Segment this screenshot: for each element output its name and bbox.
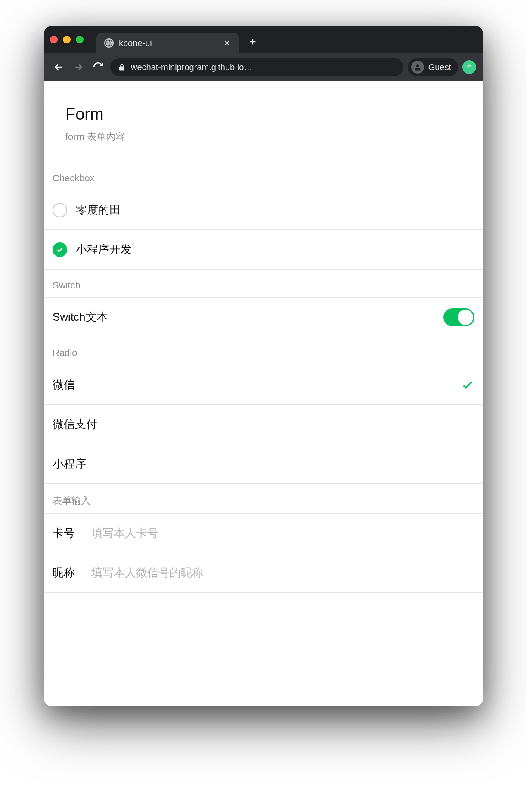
forward-button[interactable] (71, 59, 86, 75)
new-tab-button[interactable] (248, 37, 257, 46)
back-button[interactable] (51, 59, 66, 75)
radio-item-label: 微信 (53, 377, 452, 392)
reload-button[interactable] (90, 59, 106, 75)
maximize-window-button[interactable] (76, 36, 84, 43)
check-icon (461, 378, 474, 392)
section-label-checkbox: Checkbox (44, 156, 483, 190)
checkbox-group: 零度的田 小程序开发 (44, 190, 483, 270)
address-bar[interactable]: wechat-miniprogram.github.io… (110, 58, 403, 76)
svg-point-1 (416, 64, 419, 67)
window-controls (50, 36, 84, 43)
browser-toolbar: wechat-miniprogram.github.io… Guest (44, 53, 483, 81)
tab-title: kbone-ui (119, 38, 218, 48)
section-label-inputs: 表单输入 (44, 484, 483, 513)
radio-item[interactable]: 微信 (44, 365, 483, 405)
radio-group: 微信 微信支付 小程序 (44, 365, 483, 484)
section-label-radio: Radio (44, 337, 483, 365)
page-title: Form (65, 105, 462, 124)
page-subtitle: form 表单内容 (65, 130, 462, 143)
switch-toggle[interactable] (443, 308, 474, 326)
input-group: 卡号 昵称 (44, 513, 483, 593)
profile-label: Guest (428, 62, 451, 72)
switch-item[interactable]: Switch文本 (44, 298, 483, 337)
input-label: 卡号 (53, 526, 83, 541)
radio-item-label: 小程序 (53, 456, 474, 471)
checkbox-item-label: 小程序开发 (76, 242, 474, 257)
radio-item[interactable]: 小程序 (44, 444, 483, 484)
input-label: 昵称 (53, 565, 83, 580)
close-window-button[interactable] (50, 36, 58, 43)
nickname-input[interactable] (91, 566, 474, 580)
globe-icon (104, 38, 114, 48)
switch-group: Switch文本 (44, 297, 483, 337)
extension-icon[interactable] (462, 60, 476, 74)
browser-tab[interactable]: kbone-ui (96, 33, 239, 53)
person-icon (411, 61, 424, 74)
page-header: Form form 表单内容 (44, 81, 483, 156)
input-row-card: 卡号 (44, 514, 483, 553)
lock-icon (118, 63, 126, 71)
close-tab-icon[interactable] (223, 39, 231, 47)
page-content: Form form 表单内容 Checkbox 零度的田 小程序开发 Switc… (44, 81, 483, 706)
tab-strip: kbone-ui (44, 26, 483, 53)
checkbox-item-label: 零度的田 (76, 202, 474, 217)
checkbox-unchecked-icon (53, 203, 67, 217)
profile-button[interactable]: Guest (408, 58, 458, 76)
checkbox-checked-icon (53, 242, 67, 257)
input-row-nickname: 昵称 (44, 553, 483, 593)
checkbox-item[interactable]: 零度的田 (44, 190, 483, 230)
browser-window: kbone-ui wechat-miniprogram.github.io… (44, 26, 483, 706)
card-number-input[interactable] (91, 527, 474, 540)
minimize-window-button[interactable] (63, 36, 71, 43)
section-label-switch: Switch (44, 270, 483, 297)
address-text: wechat-miniprogram.github.io… (131, 62, 252, 72)
radio-item-label: 微信支付 (53, 417, 474, 432)
switch-item-label: Switch文本 (53, 310, 435, 325)
checkbox-item[interactable]: 小程序开发 (44, 230, 483, 270)
radio-item[interactable]: 微信支付 (44, 405, 483, 444)
